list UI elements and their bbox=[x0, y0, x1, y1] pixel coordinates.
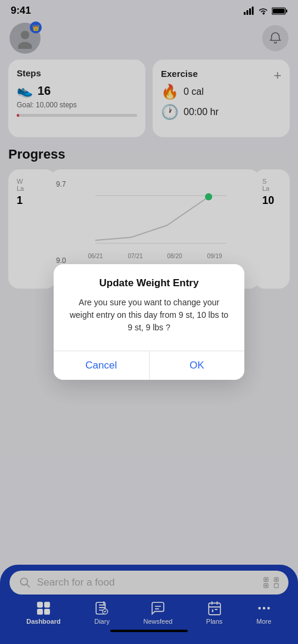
modal-actions: Cancel OK bbox=[54, 351, 244, 380]
modal-title: Update Weight Entry bbox=[68, 277, 230, 289]
modal-content: Update Weight Entry Are you sure you wan… bbox=[54, 264, 244, 345]
modal-body: Are you sure you want to change your wei… bbox=[68, 296, 230, 334]
modal-overlay: Update Weight Entry Are you sure you wan… bbox=[0, 0, 298, 644]
modal-cancel-button[interactable]: Cancel bbox=[54, 351, 150, 380]
modal-box: Update Weight Entry Are you sure you wan… bbox=[54, 264, 244, 380]
modal-ok-button[interactable]: OK bbox=[150, 351, 245, 380]
